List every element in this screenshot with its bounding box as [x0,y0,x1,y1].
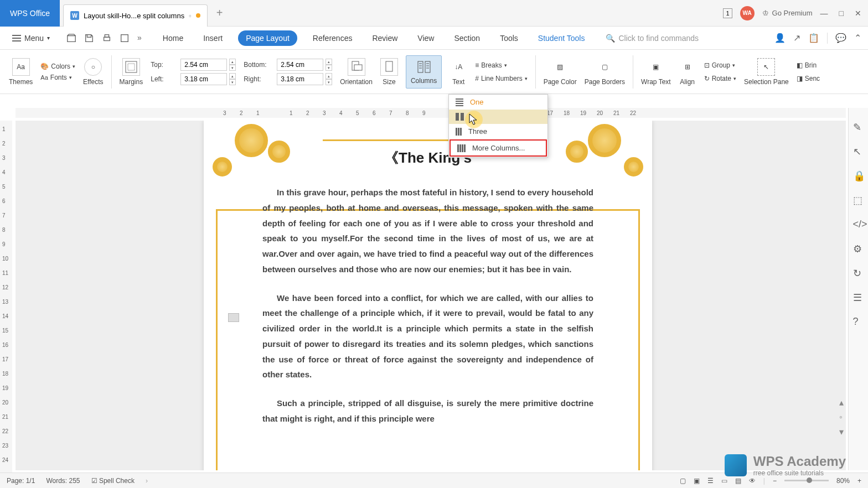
document-title[interactable]: 《The King's [204,148,652,168]
user-avatar[interactable]: WA [740,6,755,20]
horizontal-ruler[interactable]: 3 2 1 1 2 3 4 5 6 7 8 9 17 18 19 20 21 2… [16,108,846,118]
more-quick-icon[interactable]: » [137,33,142,43]
close-button[interactable]: ✕ [855,9,861,18]
command-search[interactable]: 🔍 Click to find commands [606,34,699,43]
view-preview-icon[interactable]: 👁 [749,477,756,485]
settings-icon[interactable]: ⚙ [853,243,864,254]
bottom-margin-input[interactable] [277,59,323,71]
print-icon[interactable] [102,33,112,43]
more-columns[interactable]: More Columns... [450,139,547,157]
word-count[interactable]: Words: 255 [46,477,80,485]
view-outline-icon[interactable]: ☰ [707,477,714,485]
tab-page-layout[interactable]: Page Layout [238,30,297,46]
paragraph-option-marker[interactable] [228,313,239,322]
send-backward-button[interactable]: ◨ Senc [797,75,820,82]
document-viewport[interactable]: 《The King's In this grave hour, perhaps … [16,121,846,470]
bring-forward-button[interactable]: ◧ Brin [797,61,820,69]
history-icon[interactable]: ↻ [853,267,864,278]
preview-icon[interactable] [120,33,130,43]
person-icon[interactable]: 👤 [774,33,786,44]
page-color-button[interactable]: ▨ Page Color [544,58,577,86]
document-page[interactable]: 《The King's In this grave hour, perhaps … [204,121,652,470]
zoom-out-button[interactable]: − [773,477,777,485]
layout-icon[interactable]: 1 [723,8,732,18]
tab-review[interactable]: Review [368,30,402,46]
tab-insert[interactable]: Insert [199,30,227,46]
selection-pane-button[interactable]: ↖ Selection Pane [744,58,789,86]
align-button[interactable]: ⊞ Align [679,58,696,86]
chat-icon[interactable]: 💬 [835,33,846,44]
tab-student-tools[interactable]: Student Tools [534,30,590,46]
top-margin-input[interactable] [180,59,227,71]
bottom-spinner[interactable]: ▴▾ [326,59,332,71]
margins-button[interactable]: Margins [120,58,143,86]
size-button[interactable]: Size [380,58,398,86]
document-tab[interactable]: W Layout skill-Ho...e split columns ▫ [63,4,208,27]
code-icon[interactable]: </> [853,219,864,230]
columns-one[interactable]: One [449,95,547,110]
view-web-icon[interactable]: ▤ [735,477,741,485]
save-icon[interactable] [84,33,94,43]
minimize-button[interactable]: — [820,9,828,18]
page-borders-button[interactable]: ▢ Page Borders [585,58,625,86]
right-margin-input[interactable] [277,73,323,85]
page-indicator[interactable]: Page: 1/1 [7,477,35,485]
top-spinner[interactable]: ▴▾ [229,59,236,71]
right-spinner[interactable]: ▴▾ [326,73,332,85]
tab-tools[interactable]: Tools [495,30,523,46]
columns-three[interactable]: Three [449,124,547,139]
text-direction-button[interactable]: ↓A Text [450,58,467,86]
group-button[interactable]: ⊡ Group ▾ [704,61,736,69]
collapse-ribbon-icon[interactable]: ⌃ [854,33,861,44]
paragraph[interactable]: We have been forced into a conflict, for… [262,290,593,383]
main-menu-button[interactable]: Menu ▾ [7,32,55,45]
paragraph[interactable]: Such a principle, stripped of all disgui… [262,396,593,427]
rotate-button[interactable]: ↻ Rotate ▾ [704,75,736,82]
ocr-icon[interactable]: ⬚ [853,194,864,205]
zoom-in-button[interactable]: + [857,477,861,485]
tab-view[interactable]: View [413,30,438,46]
next-page-icon[interactable]: ▾ [839,427,844,437]
go-premium-button[interactable]: ♔ Go Premium [762,9,813,17]
left-spinner[interactable]: ▴▾ [229,73,236,85]
ruler-tick: 2 [240,110,243,116]
select-icon[interactable]: ↖ [853,146,864,157]
paragraph[interactable]: In this grave hour, perhaps the most fat… [262,185,593,277]
edit-icon[interactable]: ✎ [853,121,864,132]
colors-button[interactable]: 🎨 Colors ▾ [40,63,75,70]
spell-check-toggle[interactable]: ☑ Spell Check [91,477,135,485]
vertical-ruler[interactable]: 1 2 3 4 5 6 7 8 9 10 11 12 13 14 15 16 1… [0,121,12,480]
new-tab-button[interactable]: + [216,7,223,19]
zoom-slider[interactable] [784,480,829,481]
columns-two[interactable] [449,110,547,124]
view-read-icon[interactable]: ▭ [721,477,727,485]
tab-home[interactable]: Home [158,30,188,46]
prev-page-icon[interactable]: ▴ [839,397,844,408]
left-margin-input[interactable] [180,73,227,85]
status-more-icon[interactable]: › [146,477,148,485]
open-icon[interactable] [66,33,76,43]
zoom-percent[interactable]: 80% [836,477,850,485]
view-full-icon[interactable]: ▣ [694,477,700,485]
columns-button[interactable]: Columns [406,55,442,89]
tab-references[interactable]: References [308,30,357,46]
fonts-button[interactable]: Aa Fonts ▾ [40,74,75,81]
line-numbers-button[interactable]: # Line Numbers ▾ [475,75,527,82]
outline-icon[interactable]: ☰ [853,292,864,303]
document-body[interactable]: In this grave hour, perhaps the most fat… [262,185,593,440]
app-title[interactable]: WPS Office [0,0,60,27]
tab-section[interactable]: Section [450,30,484,46]
lock-icon[interactable]: 🔒 [853,170,864,181]
wrap-text-button[interactable]: ▣ Wrap Text [641,58,671,86]
orientation-button[interactable]: Orientation [340,58,373,86]
nav-dot-icon[interactable]: ◦ [839,412,844,422]
help-icon[interactable]: ? [853,316,864,327]
effects-button[interactable]: ○ Effects [83,58,103,86]
themes-button[interactable]: Aa Themes [9,58,33,86]
view-page-icon[interactable]: ▢ [680,477,686,485]
share-icon[interactable]: ↗ [793,33,800,44]
paste-icon[interactable]: 📋 [808,33,819,44]
maximize-button[interactable]: □ [839,9,844,18]
ruler-tick: 2 [2,141,6,147]
breaks-button[interactable]: ≡ Breaks ▾ [475,61,527,69]
